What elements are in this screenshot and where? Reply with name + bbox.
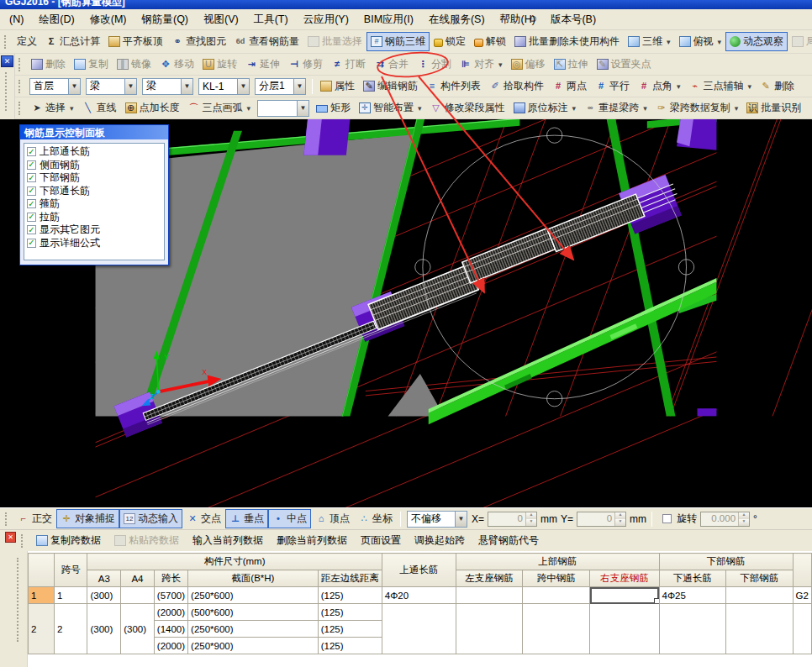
- bottom-through-cell[interactable]: [659, 604, 726, 654]
- chevron-down-icon[interactable]: ▼: [297, 101, 308, 116]
- copy-button[interactable]: 复制: [70, 55, 113, 74]
- trim-button[interactable]: ⊣修剪: [284, 55, 327, 74]
- section-cell[interactable]: (250*600): [188, 587, 319, 604]
- category-combo[interactable]: 梁▼: [86, 78, 137, 95]
- swap-start-span-button[interactable]: 调换起始跨: [408, 531, 472, 550]
- chevron-down-icon[interactable]: ▼: [237, 79, 249, 94]
- point-length-button[interactable]: ⊕点加长度: [121, 98, 184, 118]
- point-angle-button[interactable]: #点角: [634, 76, 685, 96]
- type-combo[interactable]: 梁▼: [142, 78, 193, 95]
- display-option-checkbox[interactable]: 拉筋: [27, 211, 161, 224]
- chevron-down-icon[interactable]: ▼: [124, 79, 136, 94]
- layer-combo[interactable]: 分层1▼: [255, 78, 306, 95]
- find-element-button[interactable]: ⚭查找图元: [167, 32, 230, 51]
- delete-axis-button[interactable]: ✎删除: [756, 76, 799, 96]
- checkbox-checked-icon[interactable]: [27, 160, 36, 170]
- toolbar-grip[interactable]: [18, 80, 23, 93]
- spinner-arrows-icon[interactable]: ▲▼: [738, 512, 749, 526]
- chevron-down-icon[interactable]: ▼: [455, 512, 467, 527]
- delete-current-column-button[interactable]: 删除当前列数据: [270, 531, 354, 550]
- top-through-cell[interactable]: 4Φ20: [382, 587, 456, 604]
- menu-item-modify[interactable]: 修改(M): [82, 11, 134, 29]
- intersection-toggle[interactable]: ✕交点: [182, 509, 225, 528]
- checkbox-checked-icon[interactable]: [27, 213, 36, 222]
- copy-span-data-button[interactable]: 复制跨数据: [29, 531, 108, 550]
- bottom-rebar-cell[interactable]: [726, 587, 794, 604]
- smart-layout-button[interactable]: ✛智能布置: [355, 98, 426, 118]
- select-button[interactable]: ➤选择: [27, 98, 78, 118]
- cantilever-rebar-code-button[interactable]: 悬臂钢筋代号: [472, 531, 546, 550]
- a4-cell[interactable]: [121, 587, 155, 604]
- paste-span-data-button[interactable]: 粘贴跨数据: [108, 531, 186, 550]
- line-button[interactable]: ╲直线: [78, 98, 121, 118]
- close-icon[interactable]: ✕: [5, 532, 16, 543]
- extend-button[interactable]: ⇥延伸: [241, 55, 284, 74]
- offset-combo[interactable]: 不偏移 ▼: [407, 511, 467, 528]
- left-dist-cell[interactable]: (125): [318, 621, 382, 638]
- table-grip[interactable]: [17, 558, 18, 642]
- three-point-aux-axis-button[interactable]: ⌁三点辅轴: [685, 76, 757, 96]
- object-snap-toggle[interactable]: ✛对象捕捉: [56, 509, 119, 528]
- toolbar-grip[interactable]: [21, 534, 25, 548]
- toolbar-grip[interactable]: [4, 35, 8, 49]
- delete-button[interactable]: 删除: [27, 55, 70, 74]
- set-grips-button[interactable]: ✎设置夹点: [593, 55, 656, 74]
- edit-rebar-button[interactable]: ✎编辑钢筋: [359, 76, 422, 96]
- align-button[interactable]: ⊫对齐: [456, 55, 507, 74]
- checkbox-checked-icon[interactable]: [27, 147, 36, 156]
- checkbox-checked-icon[interactable]: [27, 173, 36, 182]
- rotate-button[interactable]: U旋转: [198, 55, 241, 74]
- bottom-rebar-cell[interactable]: [726, 604, 794, 654]
- mirror-button[interactable]: ∥镜像: [113, 55, 156, 74]
- dock-grip[interactable]: [5, 72, 7, 111]
- input-current-column-button[interactable]: 输入当前列数据: [186, 531, 270, 550]
- a3-cell[interactable]: (300): [87, 604, 121, 654]
- view-3d-button[interactable]: 三维: [624, 32, 675, 51]
- toolbar-grip[interactable]: [18, 58, 23, 71]
- section-cell[interactable]: (250*600): [188, 621, 319, 638]
- section-cell[interactable]: (500*600): [188, 604, 319, 621]
- span-no-cell[interactable]: 1: [55, 587, 87, 604]
- right-support-cell[interactable]: [590, 604, 659, 654]
- display-option-checkbox[interactable]: 上部通长筋: [27, 145, 161, 159]
- summary-calc-button[interactable]: Σ汇总计算: [41, 32, 104, 51]
- rectangle-button[interactable]: 矩形: [312, 98, 355, 118]
- component-list-button[interactable]: ≡构件列表: [422, 76, 485, 96]
- menu-item-rebar-qty[interactable]: 钢筋量(Q): [134, 11, 196, 29]
- dock-close-icon[interactable]: ✕: [1, 55, 13, 67]
- menu-item-version[interactable]: 版本号(B): [543, 11, 604, 29]
- arc-style-combo[interactable]: ▼: [257, 100, 309, 117]
- mid-span-cell[interactable]: [523, 587, 590, 604]
- top-view-button[interactable]: 俯视: [675, 32, 726, 51]
- break-button[interactable]: ≠打断: [327, 55, 370, 74]
- local-3d-button[interactable]: 局部: [788, 32, 812, 51]
- rotate-checkbox[interactable]: [662, 514, 672, 523]
- parallel-button[interactable]: #平行: [591, 76, 634, 96]
- menu-item-tools[interactable]: 工具(T): [246, 11, 296, 29]
- span-len-cell[interactable]: (5700): [154, 587, 187, 604]
- side-rebar-partial-cell[interactable]: G2: [793, 587, 811, 604]
- floor-combo[interactable]: 首层▼: [29, 78, 81, 95]
- copy-span-data-button[interactable]: ✑梁跨数据复制: [651, 98, 743, 118]
- span-no-cell[interactable]: 2: [55, 604, 87, 654]
- dynamic-input-toggle[interactable]: 12动态输入: [119, 509, 182, 528]
- a4-cell[interactable]: (300): [121, 604, 155, 654]
- menu-item-cloud[interactable]: 云应用(Y): [296, 11, 356, 29]
- three-point-arc-button[interactable]: ⌒三点画弧: [184, 98, 256, 118]
- menu-item-view[interactable]: 视图(V): [196, 11, 246, 29]
- component-combo[interactable]: KL-1▼: [198, 78, 250, 95]
- chevron-down-icon[interactable]: ▼: [293, 79, 305, 94]
- bottom-through-cell[interactable]: 4Φ25: [659, 587, 726, 604]
- offset-button[interactable]: ◎偏移: [507, 55, 550, 74]
- align-slab-top-button[interactable]: 平齐板顶: [104, 32, 167, 51]
- left-dist-cell[interactable]: (125): [318, 604, 382, 621]
- spinner-arrows-icon[interactable]: ▲▼: [614, 512, 625, 526]
- spinner-arrows-icon[interactable]: ▲▼: [525, 512, 536, 526]
- modify-beam-segment-button[interactable]: ▽修改梁段属性: [426, 98, 509, 118]
- perpendicular-toggle[interactable]: ⊥垂点: [225, 509, 268, 528]
- display-option-checkbox[interactable]: 下部通长筋: [27, 185, 161, 198]
- chevron-down-icon[interactable]: ▼: [181, 79, 192, 94]
- checkbox-checked-icon[interactable]: [27, 199, 36, 208]
- display-option-checkbox[interactable]: 下部钢筋: [27, 171, 161, 185]
- unlock-button[interactable]: 解锁: [470, 32, 510, 51]
